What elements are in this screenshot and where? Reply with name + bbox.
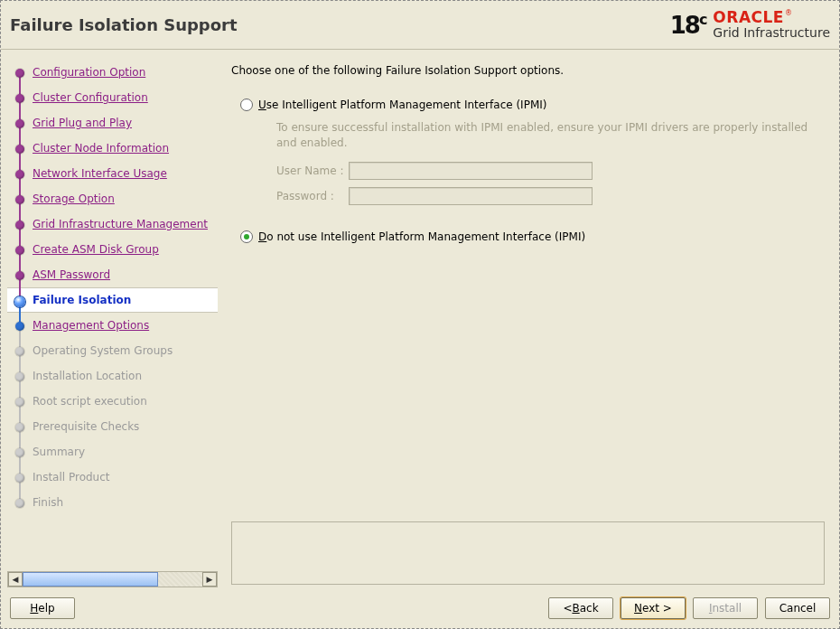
step-dot-icon xyxy=(15,347,24,356)
instruction-text: Choose one of the following Failure Isol… xyxy=(231,61,825,93)
help-button[interactable]: Help xyxy=(10,597,75,619)
step-label: Finish xyxy=(33,496,63,509)
step-dot-icon xyxy=(15,119,24,128)
main-panel: Choose one of the following Failure Isol… xyxy=(219,55,834,588)
installer-window: Failure Isolation Support 18c ORACLE® Gr… xyxy=(0,0,840,629)
step-dot-icon xyxy=(15,398,24,407)
step-label: Prerequisite Checks xyxy=(33,420,139,433)
brand-subtitle: Grid Infrastructure xyxy=(713,26,830,40)
step-label: Cluster Node Information xyxy=(33,142,169,155)
wizard-step-cluster-node-information[interactable]: Cluster Node Information xyxy=(7,136,218,161)
step-dot-icon xyxy=(15,170,24,179)
step-dot-icon xyxy=(14,296,25,307)
wizard-step-cluster-configuration[interactable]: Cluster Configuration xyxy=(7,85,218,110)
step-label: Configuration Option xyxy=(33,66,145,79)
step-label: Grid Infrastructure Management xyxy=(33,218,208,230)
wizard-sidebar: Configuration OptionCluster Configuratio… xyxy=(6,55,219,588)
step-label: Installation Location xyxy=(33,370,142,382)
scroll-left-arrow-icon[interactable]: ◀ xyxy=(8,572,23,587)
brand-oracle: ORACLE® xyxy=(713,10,792,26)
footer: Help < Back Next > Install Cancel xyxy=(1,588,839,628)
message-area xyxy=(231,521,825,585)
step-label: Operating System Groups xyxy=(33,344,173,357)
wizard-step-operating-system-groups: Operating System Groups xyxy=(7,338,218,363)
wizard-step-grid-infrastructure-management[interactable]: Grid Infrastructure Management xyxy=(7,211,218,237)
step-label: Grid Plug and Play xyxy=(33,117,132,129)
ipmi-password-label: Password : xyxy=(276,190,349,202)
sidebar-horizontal-scrollbar[interactable]: ◀ ▶ xyxy=(7,571,218,587)
wizard-step-grid-plug-and-play[interactable]: Grid Plug and Play xyxy=(7,110,218,136)
scroll-right-arrow-icon[interactable]: ▶ xyxy=(202,572,217,587)
ipmi-username-input[interactable] xyxy=(349,162,593,180)
wizard-step-configuration-option[interactable]: Configuration Option xyxy=(7,60,218,85)
step-dot-icon xyxy=(15,423,24,432)
step-dot-icon xyxy=(15,448,24,457)
step-dot-icon xyxy=(15,474,24,483)
ipmi-username-label: User Name : xyxy=(276,164,349,177)
radio-use-ipmi-label: Use Intelligent Platform Management Inte… xyxy=(258,99,546,111)
step-label: Summary xyxy=(33,446,85,458)
scroll-track[interactable] xyxy=(23,572,202,587)
brand-logo: 18c ORACLE® Grid Infrastructure xyxy=(670,10,830,40)
step-dot-icon xyxy=(15,94,24,103)
radio-use-ipmi[interactable]: Use Intelligent Platform Management Inte… xyxy=(240,99,825,111)
step-label: Root script execution xyxy=(33,395,147,408)
brand-version: 18c xyxy=(670,11,708,39)
header: Failure Isolation Support 18c ORACLE® Gr… xyxy=(1,1,839,50)
wizard-step-installation-location: Installation Location xyxy=(7,363,218,389)
ipmi-password-input[interactable] xyxy=(349,187,593,205)
scroll-thumb[interactable] xyxy=(23,572,158,587)
install-button[interactable]: Install xyxy=(693,597,758,619)
radio-do-not-use-ipmi[interactable]: Do not use Intelligent Platform Manageme… xyxy=(240,230,825,243)
back-button[interactable]: < Back xyxy=(548,597,613,619)
next-button[interactable]: Next > xyxy=(621,597,686,619)
wizard-step-storage-option[interactable]: Storage Option xyxy=(7,186,218,211)
step-dot-icon xyxy=(15,322,24,331)
wizard-steps: Configuration OptionCluster Configuratio… xyxy=(7,56,218,569)
step-label: Create ASM Disk Group xyxy=(33,243,159,256)
wizard-step-finish: Finish xyxy=(7,490,218,515)
cancel-button[interactable]: Cancel xyxy=(765,597,830,619)
step-label: Failure Isolation xyxy=(33,294,131,306)
step-label: Network Interface Usage xyxy=(33,167,167,180)
radio-do-not-use-ipmi-label: Do not use Intelligent Platform Manageme… xyxy=(258,230,585,243)
wizard-step-summary: Summary xyxy=(7,439,218,465)
body: Configuration OptionCluster Configuratio… xyxy=(1,50,839,588)
step-dot-icon xyxy=(15,69,24,78)
wizard-step-asm-password[interactable]: ASM Password xyxy=(7,262,218,287)
step-dot-icon xyxy=(15,145,24,154)
step-label: Install Product xyxy=(33,471,110,483)
step-dot-icon xyxy=(15,271,24,280)
wizard-step-prerequisite-checks: Prerequisite Checks xyxy=(7,414,218,439)
step-dot-icon xyxy=(15,246,24,255)
wizard-step-root-script-execution: Root script execution xyxy=(7,389,218,414)
wizard-step-network-interface-usage[interactable]: Network Interface Usage xyxy=(7,161,218,186)
step-dot-icon xyxy=(15,372,24,381)
radio-icon xyxy=(240,99,253,111)
wizard-step-management-options[interactable]: Management Options xyxy=(7,313,218,338)
step-label: Cluster Configuration xyxy=(33,91,148,104)
step-dot-icon xyxy=(15,195,24,204)
wizard-step-install-product: Install Product xyxy=(7,465,218,490)
step-label: ASM Password xyxy=(33,268,110,281)
wizard-step-create-asm-disk-group[interactable]: Create ASM Disk Group xyxy=(7,237,218,262)
radio-icon xyxy=(240,230,253,243)
step-label: Management Options xyxy=(33,319,149,332)
step-dot-icon xyxy=(15,499,24,508)
step-label: Storage Option xyxy=(33,192,115,205)
page-title: Failure Isolation Support xyxy=(10,15,238,34)
step-dot-icon xyxy=(15,221,24,230)
ipmi-note: To ensure successful installation with I… xyxy=(276,120,809,151)
ipmi-credentials: User Name : Password : xyxy=(276,162,825,205)
wizard-step-failure-isolation[interactable]: Failure Isolation xyxy=(7,287,218,313)
